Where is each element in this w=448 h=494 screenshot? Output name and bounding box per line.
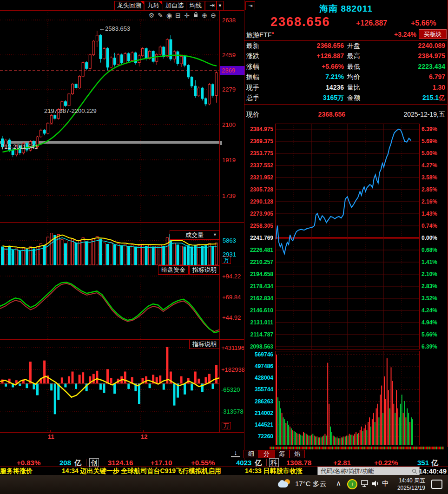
intraday-volume-label: 286263 bbox=[245, 398, 273, 405]
intraday-price-label: 2178.434 bbox=[245, 283, 273, 290]
symbol-search-input[interactable]: 代码/名称/简拼/功能 bbox=[317, 467, 420, 475]
intraday-pct-label: 4.24% bbox=[422, 307, 437, 314]
index-stat: 4023 bbox=[236, 459, 251, 467]
weather-text[interactable]: 17°C 多云 bbox=[295, 480, 327, 488]
dark-pool-funds-button[interactable]: 暗盘资金 bbox=[158, 265, 189, 275]
index-stat: 亿 bbox=[255, 459, 262, 468]
intraday-volume-label: 569746 bbox=[245, 351, 273, 358]
indicator1-axis-label: +44.92 bbox=[222, 314, 241, 321]
stat-label: 开盘 bbox=[347, 42, 360, 50]
intraday-pct-label: 2.16% bbox=[422, 198, 437, 205]
clock-seconds: 14:40:49 bbox=[419, 467, 447, 475]
axis-label: 2638 bbox=[222, 17, 236, 24]
heat-strip bbox=[270, 447, 444, 449]
daily-candlestick-chart[interactable]: ←2583.6532197.887-2200.229712-2011.541 bbox=[0, 10, 219, 222]
sector-link[interactable]: 旅游ETF● bbox=[246, 31, 274, 40]
spot-label: 现价 bbox=[246, 111, 259, 119]
tab-筹[interactable]: 筹 bbox=[274, 450, 290, 458]
intraday-price-label: 2098.563 bbox=[245, 343, 273, 350]
index-stat: +17.10 bbox=[151, 459, 172, 467]
index-stat: +2.81 bbox=[333, 459, 351, 467]
intraday-pct-label: 4.27% bbox=[422, 162, 437, 169]
toolbar-dropdown-icon[interactable]: ▼ bbox=[217, 1, 224, 10]
stat-label: 量比 bbox=[347, 84, 360, 92]
intraday-pct-label: 5.69% bbox=[422, 138, 437, 145]
volume-pane[interactable] bbox=[0, 222, 219, 266]
stat-value: 7.21% bbox=[270, 73, 344, 80]
intraday-pct-label: 6.39% bbox=[422, 343, 437, 350]
toolbar-button-4[interactable]: 均线 bbox=[187, 1, 204, 10]
index-stat: 亿 bbox=[74, 459, 81, 468]
current-price-axis-label: 2369 bbox=[220, 66, 245, 75]
intraday-price-label: 2384.975 bbox=[245, 126, 273, 132]
download-icon[interactable]: ↓ bbox=[231, 449, 240, 457]
intraday-pct-label: 0.68% bbox=[422, 247, 437, 253]
index-stat: +0.83% bbox=[17, 459, 40, 467]
taskbar-clock[interactable]: 14:40 周五 2025/12/19 bbox=[392, 477, 425, 492]
stat-label: 最新 bbox=[246, 42, 259, 50]
indicator-help-button[interactable]: 指标说明 bbox=[189, 265, 220, 275]
intraday-pct-label: 2.85% bbox=[422, 186, 437, 193]
news-item[interactable]: 服务将涨价 bbox=[0, 467, 33, 475]
tray-chevron-icon[interactable]: ∧ bbox=[336, 479, 341, 487]
intraday-pct-label: 4.94% bbox=[422, 319, 437, 326]
taskbar: 17°C 多云 ∧ + 中 14:40 周五 2025/12/19 bbox=[0, 475, 448, 494]
indicator2-axis-label: -313578 bbox=[221, 408, 244, 415]
tab-细[interactable]: 细 bbox=[244, 450, 259, 458]
intraday-volume-chart[interactable] bbox=[275, 351, 420, 445]
toolbar-button-2[interactable]: 九转 bbox=[145, 1, 162, 10]
intraday-price-chart[interactable] bbox=[275, 124, 420, 349]
stat-label: 总手 bbox=[246, 94, 259, 102]
axis-label: 1919 bbox=[222, 157, 236, 164]
intraday-price-label: 2273.905 bbox=[245, 211, 273, 217]
toolbar-button-1[interactable]: 龙头回溯 bbox=[114, 1, 144, 10]
price-change-pct: +5.66% bbox=[411, 19, 436, 27]
axis-label: 1739 bbox=[222, 192, 236, 199]
intraday-volume-label: 144521 bbox=[245, 422, 273, 428]
stat-label: 涨跌 bbox=[246, 52, 259, 60]
news-item[interactable]: 14:33 日韩股市收涨 bbox=[245, 467, 303, 475]
intraday-price-label: 2353.775 bbox=[245, 150, 273, 157]
intraday-pct-label: 6.39% bbox=[422, 126, 437, 132]
intraday-pct-label: 3.58% bbox=[422, 174, 437, 181]
tray-app-icon[interactable]: + bbox=[347, 479, 357, 489]
stat-value: 1.30 bbox=[372, 84, 445, 91]
intraday-price-label: 2369.375 bbox=[245, 138, 273, 145]
intraday-price-label: 2290.128 bbox=[245, 198, 273, 205]
speaker-icon[interactable] bbox=[371, 480, 380, 489]
toolbar-button-3[interactable]: 加自选 bbox=[163, 1, 186, 10]
intraday-pct-label: 3.52% bbox=[422, 295, 437, 302]
intraday-price-label: 2210.257 bbox=[245, 259, 273, 265]
indicator-pane-2[interactable] bbox=[0, 339, 219, 432]
intraday-price-label: 2321.952 bbox=[245, 174, 273, 181]
intraday-pct-label: 2.10% bbox=[422, 271, 437, 277]
stock-title: 海南 882011 bbox=[244, 0, 448, 17]
news-item[interactable]: 14:34 迈出关键一步 全球航司首台C919飞行模拟机启用 bbox=[62, 467, 221, 475]
tab-焰[interactable]: 焰 bbox=[290, 450, 305, 458]
index-stat: +0.55% bbox=[191, 459, 215, 467]
svg-text:712-2011.541: 712-2011.541 bbox=[1, 143, 38, 150]
scroll-right-icon[interactable]: ⇥ bbox=[208, 1, 217, 10]
notification-center-icon[interactable] bbox=[431, 480, 442, 489]
intraday-pct-label: 1.41% bbox=[422, 259, 437, 265]
intraday-volume-label: 497486 bbox=[245, 363, 273, 369]
network-icon[interactable] bbox=[361, 480, 369, 489]
indicator-help-button[interactable]: 指标说明 bbox=[189, 340, 220, 349]
stat-value: 2384.975 bbox=[372, 52, 445, 59]
stat-label: 涨幅 bbox=[246, 63, 259, 71]
volume-indicator-select[interactable]: 成交量▼ bbox=[170, 230, 219, 240]
spot-date: 2025-12-19,五 bbox=[372, 111, 445, 119]
indicator-pane-1[interactable] bbox=[0, 275, 219, 339]
indicator1-axis-label: +69.84 bbox=[222, 294, 241, 301]
stat-value: 6.797 bbox=[372, 73, 445, 80]
intraday-price-label: 2162.834 bbox=[245, 295, 273, 302]
indicator2-axis-label: -65320 bbox=[221, 386, 240, 393]
intraday-price-label: 2226.481 bbox=[245, 247, 273, 253]
stat-label: 最低 bbox=[347, 63, 360, 71]
tab-分[interactable]: 分 bbox=[259, 450, 274, 458]
weather-icon[interactable] bbox=[278, 479, 292, 489]
index-stat: 208 bbox=[59, 459, 71, 467]
ime-indicator[interactable]: 中 bbox=[382, 479, 389, 488]
buy-sector-button[interactable]: 买板块 bbox=[419, 29, 447, 39]
month-tick bbox=[143, 430, 144, 433]
